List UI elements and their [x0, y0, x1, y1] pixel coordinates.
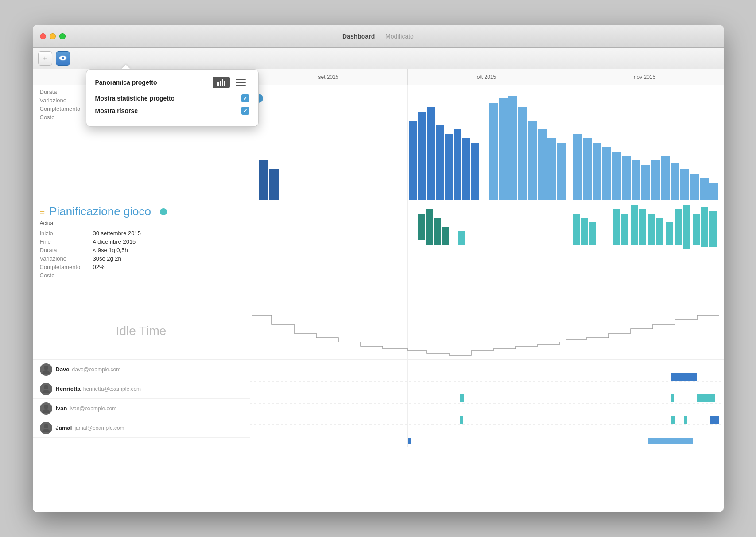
svg-rect-26 [538, 129, 547, 200]
svg-rect-13 [409, 121, 417, 200]
svg-rect-84 [684, 416, 687, 424]
svg-rect-28 [557, 143, 566, 200]
list-view-btn[interactable] [233, 77, 249, 88]
svg-rect-47 [418, 214, 425, 240]
col-header-set: set 2015 [250, 69, 408, 85]
show-stats-label: Mostra statistiche progetto [95, 95, 241, 102]
svg-rect-65 [701, 207, 708, 247]
svg-rect-39 [671, 163, 679, 200]
svg-rect-6 [236, 79, 246, 80]
col-header-ott: ott 2015 [408, 69, 566, 85]
svg-rect-85 [710, 416, 719, 424]
svg-rect-78 [671, 373, 697, 381]
svg-rect-58 [639, 209, 646, 245]
popup-view-icons [213, 77, 249, 88]
popup-overlay: Panoramica progetto [86, 69, 259, 127]
svg-rect-83 [671, 416, 675, 424]
show-stats-checkbox[interactable] [241, 94, 249, 102]
show-resources-label: Mostra risorse [95, 107, 241, 114]
add-icon: + [43, 54, 47, 62]
svg-rect-20 [471, 143, 479, 200]
resource-email-ivan: ivan@example.com [70, 405, 117, 412]
svg-rect-11 [259, 160, 268, 200]
svg-rect-14 [418, 112, 426, 200]
svg-rect-56 [621, 214, 628, 245]
svg-rect-35 [632, 160, 640, 200]
idle-time-label: Idle Time [116, 324, 167, 338]
stat-label-costo2: Costo [40, 272, 93, 279]
stat-label-durata: Durata [40, 89, 93, 95]
svg-rect-23 [508, 96, 517, 200]
svg-rect-8 [236, 85, 246, 86]
resource-row-jamal: Jamal jamal@example.com [33, 418, 250, 438]
idle-time-section: Idle Time [33, 302, 724, 360]
svg-rect-38 [661, 156, 670, 200]
window-subtitle: — Modificato [377, 33, 414, 40]
stat-value-durata2: < 9se 1g 0,5h [93, 247, 128, 253]
resource-email-henrietta: henrietta@example.com [83, 386, 141, 392]
stat-label-fine: Fine [40, 238, 93, 245]
svg-rect-64 [693, 214, 700, 245]
maximize-button[interactable] [59, 33, 66, 39]
project-title: Pianificazione gioco [49, 205, 151, 218]
svg-rect-27 [547, 138, 556, 200]
close-button[interactable] [40, 33, 46, 39]
svg-rect-5 [224, 81, 225, 86]
svg-rect-80 [671, 394, 674, 402]
avatar-ivan [40, 402, 52, 415]
stat-label-completamento: Completamento [40, 105, 93, 112]
popup-title: Panoramica progetto [95, 79, 213, 86]
bar-chart-view-btn[interactable] [213, 77, 230, 88]
svg-rect-22 [499, 98, 508, 200]
svg-point-69 [44, 366, 48, 370]
histogram-chart [250, 85, 724, 200]
resource-email-dave: dave@example.com [72, 366, 121, 373]
resource-row-ivan: Ivan ivan@example.com [33, 399, 250, 418]
svg-rect-55 [613, 209, 620, 245]
stat-value-variazione2: 30se 2g 2h [93, 255, 121, 262]
svg-rect-49 [434, 218, 441, 245]
view-button[interactable] [56, 51, 70, 66]
svg-rect-57 [631, 205, 638, 245]
minimize-button[interactable] [50, 33, 56, 39]
gantt-left: ≡ Pianificazione gioco Actual Inizio 30 … [33, 200, 250, 302]
popup: Panoramica progetto [86, 69, 259, 127]
window-title: Dashboard [342, 33, 375, 40]
svg-rect-32 [602, 147, 611, 200]
svg-rect-41 [690, 174, 699, 200]
main-window: Dashboard — Modificato + Panoramica prog… [33, 25, 724, 512]
svg-rect-81 [697, 394, 715, 402]
svg-point-70 [44, 385, 48, 389]
svg-rect-36 [641, 165, 650, 200]
popup-arrow [121, 65, 130, 69]
svg-rect-29 [573, 134, 582, 200]
stat-value-completamento2: 02% [93, 264, 105, 270]
svg-rect-33 [612, 152, 621, 200]
svg-rect-54 [589, 222, 596, 245]
svg-rect-63 [683, 205, 690, 249]
svg-rect-60 [656, 218, 663, 245]
stat-value-inizio: 30 settembre 2015 [93, 230, 141, 237]
svg-rect-31 [593, 143, 601, 200]
svg-rect-59 [648, 214, 655, 245]
project-header: ≡ Pianificazione gioco [40, 205, 243, 218]
svg-rect-48 [426, 209, 433, 245]
svg-rect-40 [680, 169, 689, 200]
stat-label-inizio: Inizio [40, 230, 93, 237]
resource-email-jamal: jamal@example.com [74, 425, 124, 431]
pianificazione-section: ≡ Pianificazione gioco Actual Inizio 30 … [33, 200, 250, 280]
svg-rect-34 [622, 156, 631, 200]
svg-rect-17 [445, 134, 453, 200]
svg-rect-53 [581, 218, 588, 245]
svg-rect-16 [436, 125, 444, 200]
idle-left: Idle Time [33, 302, 250, 360]
svg-rect-37 [651, 160, 660, 200]
add-button[interactable]: + [38, 51, 52, 66]
svg-rect-86 [408, 438, 411, 444]
gantt-chart [250, 200, 724, 302]
show-resources-checkbox[interactable] [241, 107, 249, 115]
resource-name-ivan: Ivan [56, 405, 67, 412]
svg-rect-79 [460, 394, 464, 402]
svg-rect-30 [583, 138, 592, 200]
stat-label-durata2: Durata [40, 247, 93, 253]
